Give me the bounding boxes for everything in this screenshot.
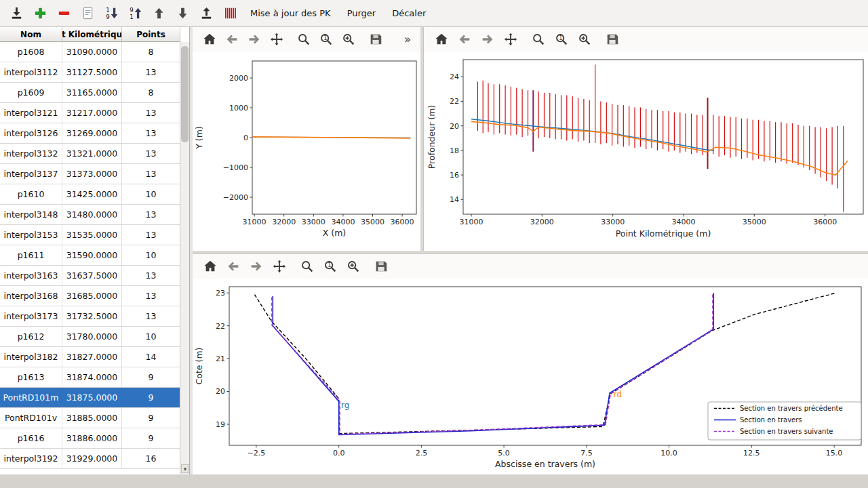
cell-pk: 31321.0000 <box>62 144 122 163</box>
figure-long-profile: 1 31000320003300034000350003600014161820… <box>423 27 868 251</box>
table-row[interactable]: p160831090.00008 <box>0 42 180 62</box>
table-row[interactable]: interpol313731373.000013 <box>0 164 180 184</box>
column-header-points[interactable]: Points <box>122 27 180 41</box>
plot-zoom-plus-icon[interactable] <box>576 31 593 47</box>
plot-zoom-icon[interactable] <box>299 258 315 274</box>
update-pk-button[interactable]: Mise à jour des PK <box>245 5 336 21</box>
table-row[interactable]: interpol317331732.500013 <box>0 306 180 327</box>
cell-nom: p1610 <box>0 184 62 204</box>
plot-home-icon[interactable] <box>433 31 450 47</box>
plot-zoom-plus-icon[interactable] <box>341 31 357 47</box>
table-row[interactable]: p161231780.000010 <box>0 327 180 347</box>
cell-pk: 31480.0000 <box>62 205 122 224</box>
plot-zoom-one-icon[interactable]: 1 <box>322 258 338 274</box>
table-row[interactable]: PontRD101m31875.00009 <box>0 388 180 408</box>
table-row[interactable]: p161631886.00009 <box>0 428 180 449</box>
sort-ascending-icon[interactable]: 19 <box>103 5 120 22</box>
figure-cross-section: 1 −2.50.02.55.07.510.012.515.01920212223… <box>193 253 868 474</box>
table-row[interactable]: interpol311231127.500013 <box>0 62 180 83</box>
plot-back-icon[interactable] <box>224 31 240 47</box>
plot-pan-icon[interactable] <box>502 31 519 47</box>
move-up-icon[interactable] <box>151 5 167 22</box>
export-icon[interactable] <box>198 5 215 22</box>
table-scrollbar[interactable]: ▾ <box>180 42 189 474</box>
svg-text:36000: 36000 <box>391 218 414 226</box>
table-row[interactable]: interpol313231321.000013 <box>0 144 180 164</box>
svg-text:Profondeur (m): Profondeur (m) <box>427 105 437 169</box>
sections-list-icon[interactable] <box>222 5 239 22</box>
plot-zoom-plus-icon[interactable] <box>345 258 361 274</box>
plan-view-chart[interactable]: 310003200033000340003500036000−2000−1000… <box>193 52 420 249</box>
plot-save-icon[interactable] <box>368 31 384 47</box>
plot-zoom-one-icon[interactable]: 1 <box>319 31 334 47</box>
plot-home-icon[interactable] <box>202 31 218 47</box>
cell-points: 10 <box>122 184 180 204</box>
cell-nom: interpol3121 <box>0 103 62 123</box>
table-row[interactable]: interpol315331535.000013 <box>0 225 180 245</box>
plot-back-icon[interactable] <box>225 258 241 274</box>
cell-points: 13 <box>122 286 180 306</box>
table-row[interactable]: interpol319231929.000016 <box>0 449 180 469</box>
application-window: 1991Mise à jour des PKPurgerDécaler Nomt… <box>0 0 868 488</box>
purge-button[interactable]: Purger <box>342 5 381 21</box>
cell-pk: 31885.0000 <box>62 408 122 428</box>
table-row[interactable]: p161131590.000010 <box>0 245 180 266</box>
import-icon[interactable] <box>8 5 25 22</box>
column-header-pk[interactable]: t Kilométriqu <box>62 27 122 41</box>
cell-nom: interpol3173 <box>0 306 62 326</box>
move-down-icon[interactable] <box>174 5 191 22</box>
svg-text:Section en travers précédente: Section en travers précédente <box>740 405 843 412</box>
table-row[interactable]: interpol312131217.000013 <box>0 103 180 123</box>
remove-section-icon[interactable] <box>56 5 73 22</box>
long-profile-chart[interactable]: 3100032000330003400035000360001416182022… <box>424 52 868 249</box>
svg-text:1: 1 <box>328 262 331 268</box>
svg-text:22: 22 <box>216 322 225 331</box>
table-row[interactable]: p161031425.000010 <box>0 184 180 205</box>
table-row[interactable]: interpol316331637.500013 <box>0 266 180 286</box>
toolbar-overflow-chevron[interactable]: » <box>404 33 411 46</box>
plot-forward-icon[interactable] <box>247 31 262 47</box>
cell-nom: p1616 <box>0 428 62 448</box>
column-header-nom[interactable]: Nom <box>0 27 62 41</box>
cross-section-chart[interactable]: −2.50.02.55.07.510.012.515.01920212223rg… <box>193 279 868 474</box>
svg-text:1: 1 <box>323 35 327 41</box>
table-row[interactable]: interpol314831480.000013 <box>0 205 180 225</box>
svg-text:Section en travers suivante: Section en travers suivante <box>740 428 833 435</box>
table-row[interactable]: interpol312631269.000013 <box>0 123 180 144</box>
scrollbar-down-arrow-icon[interactable]: ▾ <box>181 464 189 473</box>
table-row[interactable]: PontRD101v31885.00009 <box>0 408 180 428</box>
plot-home-icon[interactable] <box>202 258 218 274</box>
plot-save-icon[interactable] <box>373 258 389 274</box>
svg-text:rd: rd <box>614 390 622 399</box>
plot-pan-icon[interactable] <box>269 31 285 47</box>
sort-descending-icon[interactable]: 91 <box>127 5 144 22</box>
plot-zoom-one-icon[interactable]: 1 <box>553 31 570 47</box>
svg-text:1: 1 <box>130 14 133 20</box>
cell-pk: 31929.0000 <box>62 449 122 468</box>
plot-pan-icon[interactable] <box>271 258 288 274</box>
table-scrollbar-thumb[interactable] <box>181 46 189 142</box>
svg-text:24: 24 <box>450 73 459 81</box>
table-row[interactable]: p161331874.00009 <box>0 367 180 388</box>
plot-forward-icon[interactable] <box>479 31 496 47</box>
sections-table-panel: Nomt KilométriquPoints p160831090.00008i… <box>0 27 190 474</box>
plot-save-icon[interactable] <box>604 31 620 47</box>
plan-plot-toolbar: 1» <box>193 27 420 52</box>
plot-zoom-icon[interactable] <box>296 31 312 47</box>
section-plot-toolbar: 1 <box>193 254 868 279</box>
plot-back-icon[interactable] <box>456 31 473 47</box>
cell-pk: 31590.0000 <box>62 245 122 265</box>
table-row[interactable]: interpol318231827.000014 <box>0 347 180 367</box>
svg-text:9: 9 <box>130 7 133 14</box>
plot-zoom-icon[interactable] <box>530 31 547 47</box>
table-row[interactable]: p160931165.00008 <box>0 83 180 103</box>
svg-text:20: 20 <box>216 387 225 396</box>
cell-points: 13 <box>122 144 180 163</box>
edit-section-icon[interactable] <box>79 5 96 22</box>
table-row[interactable]: interpol316831685.000013 <box>0 286 180 306</box>
plot-forward-icon[interactable] <box>248 258 264 274</box>
add-section-icon[interactable] <box>32 5 49 22</box>
shift-button[interactable]: Décaler <box>387 5 431 21</box>
cell-points: 9 <box>122 428 180 448</box>
cell-nom: interpol3168 <box>0 286 62 306</box>
